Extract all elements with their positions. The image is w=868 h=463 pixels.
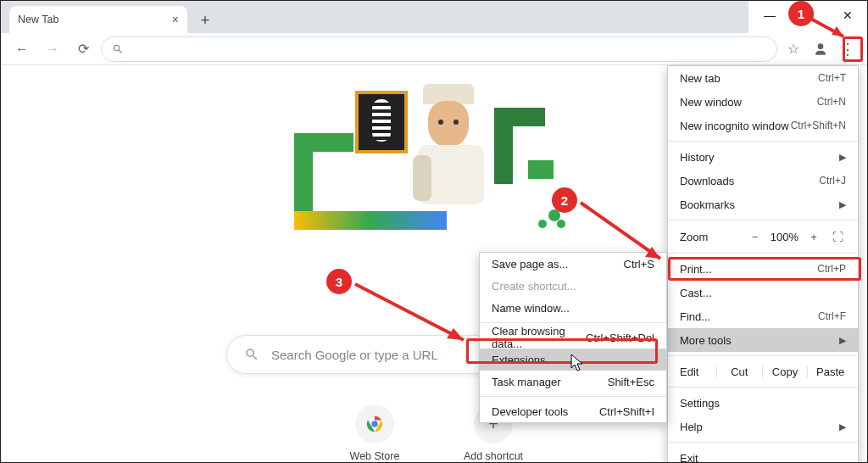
chevron-right-icon: ▶: [839, 152, 846, 163]
new-tab-button[interactable]: +: [196, 11, 214, 30]
menu-history[interactable]: History▶: [668, 145, 858, 169]
chrome-icon: [355, 404, 394, 443]
chevron-right-icon: ▶: [839, 335, 846, 346]
menu-new-window[interactable]: New windowCtrl+N: [668, 90, 858, 114]
search-icon: [244, 347, 259, 362]
bookmark-star-icon[interactable]: ☆: [782, 38, 804, 60]
menu-find[interactable]: Find...Ctrl+F: [668, 304, 858, 328]
annotation-step-1: 1: [788, 1, 814, 26]
profile-icon[interactable]: [810, 38, 832, 60]
toolbar: ← → ⟳ ☆ ⋮: [1, 33, 867, 65]
menu-bookmarks[interactable]: Bookmarks▶: [668, 192, 858, 216]
menu-more-tools[interactable]: More tools▶: [668, 328, 858, 352]
close-icon[interactable]: ×: [172, 13, 179, 26]
menu-edit-row: Edit Cut Copy Paste: [668, 360, 858, 383]
submenu-create-shortcut: Create shortcut...: [480, 275, 666, 297]
shortcut-label: Web Store: [350, 450, 400, 462]
submenu-task-manager[interactable]: Task managerShift+Esc: [480, 371, 666, 393]
menu-print[interactable]: Print...Ctrl+P: [668, 257, 858, 281]
minimize-button[interactable]: ―: [750, 1, 789, 30]
google-doodle[interactable]: [294, 82, 574, 235]
tab-newtab[interactable]: New Tab ×: [9, 6, 187, 33]
more-tools-submenu: Save page as...Ctrl+S Create shortcut...…: [479, 252, 667, 423]
svg-point-0: [818, 43, 824, 49]
chrome-menu: New tabCtrl+T New windowCtrl+N New incog…: [667, 65, 859, 463]
zoom-label: Zoom: [680, 231, 740, 243]
reload-button[interactable]: ⟳: [70, 36, 96, 62]
fullscreen-icon[interactable]: ⛶: [829, 231, 846, 243]
tab-title: New Tab: [18, 14, 58, 25]
submenu-clear-browsing[interactable]: Clear browsing data...Ctrl+Shift+Del: [480, 326, 666, 349]
menu-separator: [668, 387, 858, 388]
search-placeholder: Search Google or type a URL: [271, 348, 438, 362]
menu-separator: [668, 253, 858, 254]
shortcut-label: Add shortcut: [464, 450, 523, 462]
annotation-step-3: 3: [326, 269, 352, 294]
zoom-in-button[interactable]: +: [805, 231, 822, 243]
zoom-value: 100%: [771, 231, 798, 243]
close-button[interactable]: ✕: [828, 1, 867, 30]
menu-separator: [480, 396, 666, 397]
annotation-step-2: 2: [552, 187, 577, 213]
zoom-out-button[interactable]: −: [747, 231, 764, 243]
menu-settings[interactable]: Settings: [668, 391, 858, 415]
menu-separator: [668, 442, 858, 443]
menu-cast[interactable]: Cast...: [668, 281, 858, 304]
edit-copy[interactable]: Copy: [763, 365, 809, 378]
back-button[interactable]: ←: [9, 36, 35, 62]
edit-paste[interactable]: Paste: [808, 365, 853, 378]
submenu-developer-tools[interactable]: Developer toolsCtrl+Shift+I: [480, 400, 666, 422]
svg-point-2: [371, 421, 377, 427]
menu-exit[interactable]: Exit: [668, 446, 858, 463]
menu-separator: [668, 220, 858, 220]
chrome-menu-button[interactable]: ⋮: [837, 38, 859, 60]
menu-new-tab[interactable]: New tabCtrl+T: [668, 66, 858, 90]
chevron-right-icon: ▶: [839, 199, 846, 210]
edit-cut[interactable]: Cut: [717, 365, 763, 378]
forward-button[interactable]: →: [40, 36, 65, 62]
menu-help[interactable]: Help▶: [668, 415, 858, 438]
menu-new-incognito[interactable]: New incognito windowCtrl+Shift+N: [668, 114, 858, 137]
edit-label: Edit: [673, 365, 717, 378]
menu-separator: [480, 322, 666, 323]
menu-separator: [668, 141, 858, 142]
chevron-right-icon: ▶: [839, 421, 846, 432]
search-icon: [112, 43, 124, 55]
submenu-name-window[interactable]: Name window...: [480, 297, 666, 319]
omnibox[interactable]: [101, 36, 777, 62]
menu-downloads[interactable]: DownloadsCtrl+J: [668, 169, 858, 192]
menu-separator: [668, 355, 858, 356]
tab-strip: New Tab × +: [1, 1, 748, 33]
cursor-icon: [570, 354, 586, 372]
menu-zoom: Zoom − 100% + ⛶: [668, 224, 858, 249]
submenu-save-page[interactable]: Save page as...Ctrl+S: [480, 253, 666, 275]
shortcut-web-store[interactable]: Web Store: [332, 404, 417, 462]
